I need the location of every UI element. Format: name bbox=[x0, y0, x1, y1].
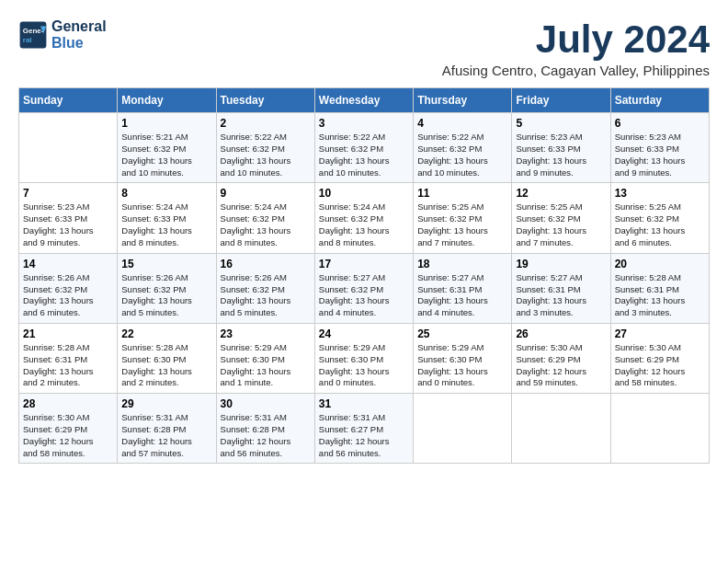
day-detail: Sunrise: 5:28 AM Sunset: 6:30 PM Dayligh… bbox=[121, 342, 211, 389]
day-header-wednesday: Wednesday bbox=[314, 88, 413, 113]
day-number: 8 bbox=[121, 187, 211, 200]
day-detail: Sunrise: 5:23 AM Sunset: 6:33 PM Dayligh… bbox=[516, 132, 606, 178]
calendar-cell: 24Sunrise: 5:29 AM Sunset: 6:30 PM Dayli… bbox=[314, 323, 413, 393]
day-number: 20 bbox=[615, 258, 705, 270]
day-number: 10 bbox=[319, 187, 409, 200]
calendar-cell: 18Sunrise: 5:27 AM Sunset: 6:31 PM Dayli… bbox=[414, 253, 512, 323]
calendar-cell: 20Sunrise: 5:28 AM Sunset: 6:31 PM Dayli… bbox=[610, 253, 709, 323]
calendar-week-row: 28Sunrise: 5:30 AM Sunset: 6:29 PM Dayli… bbox=[19, 394, 710, 464]
calendar-cell: 10Sunrise: 5:24 AM Sunset: 6:32 PM Dayli… bbox=[314, 183, 413, 253]
day-detail: Sunrise: 5:31 AM Sunset: 6:28 PM Dayligh… bbox=[221, 412, 311, 459]
logo: Gene- ral General Blue bbox=[18, 18, 107, 52]
day-number: 15 bbox=[121, 258, 211, 270]
day-number: 30 bbox=[221, 397, 311, 410]
calendar-table: SundayMondayTuesdayWednesdayThursdayFrid… bbox=[18, 87, 710, 464]
day-number: 31 bbox=[319, 397, 409, 410]
calendar-cell: 1Sunrise: 5:21 AM Sunset: 6:32 PM Daylig… bbox=[118, 113, 216, 183]
day-detail: Sunrise: 5:24 AM Sunset: 6:33 PM Dayligh… bbox=[121, 201, 211, 248]
day-number: 17 bbox=[319, 258, 409, 270]
calendar-cell: 31Sunrise: 5:31 AM Sunset: 6:27 PM Dayli… bbox=[314, 394, 413, 464]
day-number: 26 bbox=[516, 327, 606, 340]
day-header-saturday: Saturday bbox=[610, 88, 709, 113]
day-number: 11 bbox=[417, 187, 507, 200]
day-detail: Sunrise: 5:30 AM Sunset: 6:29 PM Dayligh… bbox=[516, 342, 606, 389]
day-detail: Sunrise: 5:27 AM Sunset: 6:31 PM Dayligh… bbox=[417, 272, 507, 319]
calendar-week-row: 21Sunrise: 5:28 AM Sunset: 6:31 PM Dayli… bbox=[19, 323, 710, 393]
svg-text:Gene-: Gene- bbox=[23, 27, 44, 35]
day-number: 27 bbox=[615, 327, 705, 340]
calendar-cell: 28Sunrise: 5:30 AM Sunset: 6:29 PM Dayli… bbox=[19, 394, 118, 464]
day-detail: Sunrise: 5:23 AM Sunset: 6:33 PM Dayligh… bbox=[23, 201, 113, 248]
day-detail: Sunrise: 5:25 AM Sunset: 6:32 PM Dayligh… bbox=[615, 201, 705, 248]
day-detail: Sunrise: 5:22 AM Sunset: 6:32 PM Dayligh… bbox=[417, 132, 507, 178]
day-number: 18 bbox=[417, 258, 507, 270]
calendar-week-row: 7Sunrise: 5:23 AM Sunset: 6:33 PM Daylig… bbox=[19, 183, 710, 253]
calendar-cell bbox=[512, 394, 610, 464]
calendar-cell: 13Sunrise: 5:25 AM Sunset: 6:32 PM Dayli… bbox=[610, 183, 709, 253]
calendar-cell: 5Sunrise: 5:23 AM Sunset: 6:33 PM Daylig… bbox=[512, 113, 610, 183]
calendar-cell bbox=[19, 113, 118, 183]
day-number: 29 bbox=[121, 397, 211, 410]
location-subtitle: Afusing Centro, Cagayan Valley, Philippi… bbox=[442, 63, 710, 78]
logo-text: General Blue bbox=[51, 18, 107, 52]
calendar-cell: 17Sunrise: 5:27 AM Sunset: 6:32 PM Dayli… bbox=[314, 253, 413, 323]
day-detail: Sunrise: 5:30 AM Sunset: 6:29 PM Dayligh… bbox=[615, 342, 705, 389]
day-detail: Sunrise: 5:29 AM Sunset: 6:30 PM Dayligh… bbox=[319, 342, 409, 389]
day-detail: Sunrise: 5:26 AM Sunset: 6:32 PM Dayligh… bbox=[221, 272, 311, 319]
day-number: 23 bbox=[221, 327, 311, 340]
day-detail: Sunrise: 5:22 AM Sunset: 6:32 PM Dayligh… bbox=[319, 132, 409, 178]
day-number: 12 bbox=[516, 187, 606, 200]
day-detail: Sunrise: 5:29 AM Sunset: 6:30 PM Dayligh… bbox=[417, 342, 507, 389]
day-number: 28 bbox=[23, 397, 113, 410]
day-number: 19 bbox=[516, 258, 606, 270]
day-number: 13 bbox=[615, 187, 705, 200]
calendar-cell: 12Sunrise: 5:25 AM Sunset: 6:32 PM Dayli… bbox=[512, 183, 610, 253]
calendar-cell bbox=[414, 394, 512, 464]
day-detail: Sunrise: 5:25 AM Sunset: 6:32 PM Dayligh… bbox=[417, 201, 507, 248]
month-title: July 2024 bbox=[442, 18, 710, 61]
page-header: Gene- ral General Blue July 2024 Afusing… bbox=[18, 18, 710, 78]
day-number: 9 bbox=[221, 187, 311, 200]
day-number: 22 bbox=[121, 327, 211, 340]
day-detail: Sunrise: 5:23 AM Sunset: 6:33 PM Dayligh… bbox=[615, 132, 705, 178]
day-number: 6 bbox=[615, 117, 705, 130]
calendar-cell bbox=[610, 394, 709, 464]
day-detail: Sunrise: 5:25 AM Sunset: 6:32 PM Dayligh… bbox=[516, 201, 606, 248]
day-detail: Sunrise: 5:31 AM Sunset: 6:27 PM Dayligh… bbox=[319, 412, 409, 459]
day-detail: Sunrise: 5:22 AM Sunset: 6:32 PM Dayligh… bbox=[221, 132, 311, 178]
calendar-cell: 16Sunrise: 5:26 AM Sunset: 6:32 PM Dayli… bbox=[216, 253, 314, 323]
day-number: 4 bbox=[417, 117, 507, 130]
calendar-cell: 27Sunrise: 5:30 AM Sunset: 6:29 PM Dayli… bbox=[610, 323, 709, 393]
calendar-cell: 22Sunrise: 5:28 AM Sunset: 6:30 PM Dayli… bbox=[118, 323, 216, 393]
day-number: 24 bbox=[319, 327, 409, 340]
day-header-tuesday: Tuesday bbox=[216, 88, 314, 113]
day-number: 25 bbox=[417, 327, 507, 340]
calendar-cell: 26Sunrise: 5:30 AM Sunset: 6:29 PM Dayli… bbox=[512, 323, 610, 393]
calendar-cell: 4Sunrise: 5:22 AM Sunset: 6:32 PM Daylig… bbox=[414, 113, 512, 183]
day-detail: Sunrise: 5:28 AM Sunset: 6:31 PM Dayligh… bbox=[23, 342, 113, 389]
day-number: 16 bbox=[221, 258, 311, 270]
day-header-friday: Friday bbox=[512, 88, 610, 113]
calendar-week-row: 1Sunrise: 5:21 AM Sunset: 6:32 PM Daylig… bbox=[19, 113, 710, 183]
calendar-cell: 30Sunrise: 5:31 AM Sunset: 6:28 PM Dayli… bbox=[216, 394, 314, 464]
day-header-monday: Monday bbox=[118, 88, 216, 113]
calendar-cell: 19Sunrise: 5:27 AM Sunset: 6:31 PM Dayli… bbox=[512, 253, 610, 323]
calendar-cell: 6Sunrise: 5:23 AM Sunset: 6:33 PM Daylig… bbox=[610, 113, 709, 183]
calendar-cell: 29Sunrise: 5:31 AM Sunset: 6:28 PM Dayli… bbox=[118, 394, 216, 464]
day-detail: Sunrise: 5:24 AM Sunset: 6:32 PM Dayligh… bbox=[221, 201, 311, 248]
svg-text:ral: ral bbox=[23, 36, 32, 44]
day-detail: Sunrise: 5:29 AM Sunset: 6:30 PM Dayligh… bbox=[221, 342, 311, 389]
day-detail: Sunrise: 5:26 AM Sunset: 6:32 PM Dayligh… bbox=[121, 272, 211, 319]
logo-icon: Gene- ral bbox=[18, 20, 48, 50]
day-detail: Sunrise: 5:26 AM Sunset: 6:32 PM Dayligh… bbox=[23, 272, 113, 319]
calendar-cell: 25Sunrise: 5:29 AM Sunset: 6:30 PM Dayli… bbox=[414, 323, 512, 393]
day-number: 1 bbox=[121, 117, 211, 130]
day-number: 21 bbox=[23, 327, 113, 340]
calendar-cell: 23Sunrise: 5:29 AM Sunset: 6:30 PM Dayli… bbox=[216, 323, 314, 393]
day-number: 5 bbox=[516, 117, 606, 130]
calendar-cell: 11Sunrise: 5:25 AM Sunset: 6:32 PM Dayli… bbox=[414, 183, 512, 253]
day-number: 2 bbox=[221, 117, 311, 130]
calendar-header-row: SundayMondayTuesdayWednesdayThursdayFrid… bbox=[19, 88, 710, 113]
day-detail: Sunrise: 5:27 AM Sunset: 6:32 PM Dayligh… bbox=[319, 272, 409, 319]
day-number: 14 bbox=[23, 258, 113, 270]
